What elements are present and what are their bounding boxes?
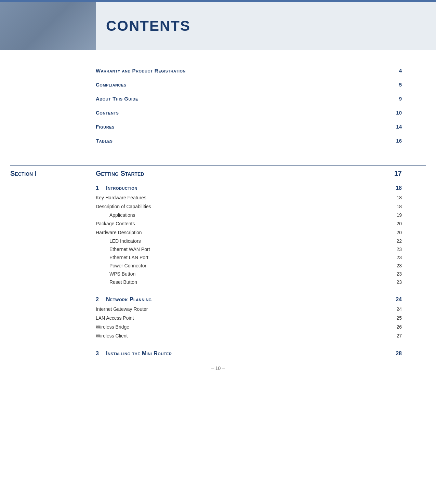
section-title: Getting Started (96, 170, 394, 177)
sub-entry-title: Package Contents (96, 221, 135, 226)
main-content: Warranty and Product Registration4Compli… (0, 50, 436, 504)
toc-entry-page: 10 (396, 110, 402, 116)
subsub-entry-title: WPS Button (109, 271, 135, 277)
chapter-number: 1 (96, 185, 106, 191)
subsub-entry-page: 23 (396, 271, 402, 277)
sub-entry-page: 20 (396, 230, 402, 235)
section-header-row: Section IGetting Started17 (0, 165, 436, 182)
toc-entry-title: Warranty and Product Registration (96, 68, 186, 74)
sub-entry-page: 27 (396, 333, 402, 339)
chapter-number: 3 (96, 350, 106, 357)
subsub-entry: Applications19 (96, 211, 402, 219)
header-right-block: Contents (96, 2, 436, 50)
toc-entry-title: Figures (96, 124, 115, 130)
sub-entry: Description of Capabilities18 (96, 202, 402, 211)
subsub-entry-title: Ethernet LAN Port (109, 255, 148, 260)
sub-entry-title: Wireless Bridge (96, 324, 129, 330)
toc-entry-title: Tables (96, 138, 113, 144)
chapter-page: 18 (396, 185, 402, 191)
subsub-entry-page: 23 (396, 247, 402, 252)
front-matter-section: Warranty and Product Registration4Compli… (0, 50, 436, 158)
subsub-entry-title: Ethernet WAN Port (109, 247, 150, 252)
subsub-entry: LED Indicators22 (96, 237, 402, 245)
chapter-block: 1Introduction18Key Hardware Features18De… (0, 182, 436, 286)
chapter-header-row: 2Network Planning24 (96, 293, 402, 305)
front-matter-entry: About This Guide9 (96, 92, 402, 106)
sub-entry: LAN Access Point25 (96, 314, 402, 322)
sub-entry: Package Contents20 (96, 219, 402, 228)
subsub-entry-page: 23 (396, 255, 402, 260)
subsub-entry-title: Power Connector (109, 263, 146, 268)
chapter-number: 2 (96, 296, 106, 303)
toc-entry-title: About This Guide (96, 96, 138, 102)
toc-entry-page: 14 (396, 124, 402, 130)
front-matter-entry: Warranty and Product Registration4 (96, 64, 402, 78)
footer: – 10 – (0, 359, 436, 378)
subsub-entry-title: Reset Button (109, 279, 137, 285)
subsub-entry: Ethernet WAN Port23 (96, 245, 402, 253)
section-label: Section I (10, 170, 96, 177)
sub-entry: Wireless Bridge26 (96, 322, 402, 331)
chapter-block: 2Network Planning24Internet Gateway Rout… (0, 286, 436, 340)
page-number: – 10 – (211, 366, 225, 371)
sub-entry-page: 18 (396, 204, 402, 209)
sub-entry: Key Hardware Features18 (96, 193, 402, 202)
section-page: 17 (394, 170, 402, 177)
header-left-block (0, 2, 96, 50)
sub-entry-page: 25 (396, 315, 402, 321)
sub-entry: Wireless Client27 (96, 331, 402, 340)
subsub-entry: Power Connector23 (96, 262, 402, 270)
chapter-page: 24 (396, 296, 402, 303)
front-matter-entry: Figures14 (96, 120, 402, 134)
chapter-title: Installing the Mini Router (106, 350, 396, 357)
sub-entry-title: LAN Access Point (96, 315, 134, 321)
sub-entry-title: Wireless Client (96, 333, 128, 339)
subsub-entry-page: 23 (396, 263, 402, 268)
front-matter-entry: Contents10 (96, 106, 402, 120)
sub-entry: Hardware Description20 (96, 228, 402, 237)
page-title: Contents (106, 18, 190, 34)
toc-entry-page: 4 (399, 68, 402, 74)
chapter-block: 3Installing the Mini Router28 (0, 340, 436, 359)
chapter-header-row: 1Introduction18 (96, 182, 402, 193)
front-matter-entry: Compliances5 (96, 78, 402, 92)
subsub-entry: Ethernet LAN Port23 (96, 253, 402, 262)
subsub-entry-title: LED Indicators (109, 238, 141, 244)
toc-entry-title: Contents (96, 110, 119, 116)
sub-entry-page: 26 (396, 324, 402, 330)
sub-entry: Internet Gateway Router24 (96, 305, 402, 314)
subsub-entry: Reset Button23 (96, 278, 402, 286)
front-matter-entry: Tables16 (96, 134, 402, 148)
chapter-title: Introduction (106, 185, 396, 191)
sub-entry-page: 20 (396, 221, 402, 226)
sub-entry-title: Internet Gateway Router (96, 306, 148, 312)
subsub-entry: WPS Button23 (96, 270, 402, 278)
subsub-entry-page: 22 (396, 238, 402, 244)
toc-entry-page: 16 (396, 138, 402, 144)
chapter-page: 28 (396, 350, 402, 357)
chapter-title: Network Planning (106, 296, 396, 303)
subsub-entry-title: Applications (109, 212, 135, 218)
subsub-entry-page: 19 (396, 212, 402, 218)
toc-entry-page: 9 (399, 96, 402, 102)
toc-entry-title: Compliances (96, 82, 127, 88)
subsub-entry-page: 23 (396, 279, 402, 285)
sub-entry-title: Description of Capabilities (96, 204, 151, 209)
sub-entry-title: Key Hardware Features (96, 195, 146, 200)
toc-entry-page: 5 (399, 82, 402, 88)
chapter-header-row: 3Installing the Mini Router28 (96, 347, 402, 359)
sub-entry-title: Hardware Description (96, 230, 142, 235)
sub-entry-page: 18 (396, 195, 402, 200)
header-section: Contents (0, 2, 436, 50)
sections-container: Section IGetting Started171Introduction1… (0, 165, 436, 359)
sub-entry-page: 24 (396, 306, 402, 312)
